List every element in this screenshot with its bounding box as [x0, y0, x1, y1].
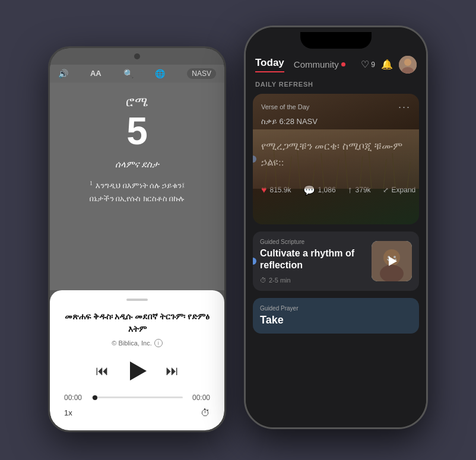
- audio-controls: ⏮ ⏭: [64, 357, 210, 385]
- copyright-text: © Biblica, Inc. i: [64, 339, 210, 347]
- play-icon: [389, 256, 397, 266]
- bell-icon[interactable]: 🔔: [381, 59, 393, 70]
- card-dot: [253, 258, 256, 265]
- avatar[interactable]: [399, 56, 417, 74]
- sheet-handle[interactable]: [126, 299, 148, 301]
- font-size-button[interactable]: AA: [90, 69, 101, 78]
- audio-bottom-sheet: መጽሐፍ ቅዱስ፡ አዲሱ መደበኛ ትርጉም፡ የድምፅ እትም © Bibl…: [50, 290, 224, 430]
- chapter-number: 5: [126, 112, 148, 150]
- audio-title: መጽሐፍ ቅዱስ፡ አዲሱ መደበኛ ትርጉም፡ የድምፅ እትም: [64, 310, 210, 335]
- guided-scripture-card[interactable]: Guided Scripture Cultivate a rhythm of r…: [253, 231, 419, 291]
- rewind-button[interactable]: ⏮: [96, 363, 109, 379]
- time-total: 00:00: [189, 394, 210, 402]
- audio-progress-bar[interactable]: 00:00 00:00: [64, 394, 210, 402]
- iphone-notch: [246, 27, 426, 53]
- svg-point-1: [404, 59, 411, 66]
- app-content: DAILY REFRESH Verse of the Day ··· ስቃይ 6…: [246, 74, 426, 427]
- guide-type-label: Guided Scripture: [260, 239, 364, 245]
- iphone-volume-down[interactable]: [244, 128, 245, 152]
- globe-icon: 🌐: [155, 69, 165, 78]
- scene: 🔊 AA 🔍 🌐 NASV ሮሜ 5 ሰላምና ደስታ 1 እንግዲህ በእምነ…: [0, 0, 476, 460]
- progress-knob: [93, 395, 97, 400]
- speed-button[interactable]: 1x: [64, 408, 72, 417]
- info-icon[interactable]: i: [154, 339, 163, 347]
- prayer-type-label: Guided Prayer: [260, 305, 412, 312]
- android-status-bar: [50, 48, 224, 65]
- play-button[interactable]: [123, 357, 151, 385]
- copyright-label: © Biblica, Inc.: [112, 340, 151, 347]
- volume-up-button[interactable]: [48, 119, 49, 143]
- search-icon[interactable]: 🔍: [123, 69, 134, 78]
- bible-toolbar: 🔊 AA 🔍 🌐 NASV: [50, 65, 224, 83]
- dynamic-island: [300, 32, 372, 49]
- tab-today[interactable]: Today: [255, 57, 284, 72]
- guide-text: Guided Scripture Cultivate a rhythm of r…: [260, 239, 364, 284]
- verse-text: 1 እንግዲህ በእምነት ሰሉ ኃይቁን፤ በኔታችን በኢየሱስ ክርስቶስ…: [90, 178, 185, 206]
- left-phone: 🔊 AA 🔍 🌐 NASV ሮሜ 5 ሰላምና ደስታ 1 እንግዲህ በእምነ…: [48, 46, 226, 432]
- verse-of-the-day-card[interactable]: Verse of the Day ··· ስቃይ 6:28 NASV: [253, 94, 419, 224]
- play-overlay[interactable]: [372, 241, 412, 281]
- version-badge[interactable]: NASV: [187, 68, 216, 79]
- iphone-power-button[interactable]: [427, 116, 428, 158]
- daily-refresh-label: DAILY REFRESH: [246, 81, 426, 88]
- tab-community[interactable]: Community: [294, 59, 345, 69]
- likes-icon-group[interactable]: ♡ 9: [361, 59, 375, 70]
- verse-reference: ስቃይ 6:28 NASV: [253, 117, 419, 126]
- guide-thumbnail[interactable]: [372, 241, 412, 281]
- volume-icon[interactable]: 🔊: [58, 69, 68, 78]
- guide-duration: ⏱ 2-5 min: [260, 277, 364, 284]
- verse-card-header: Verse of the Day ···: [253, 94, 419, 117]
- avatar-image: [399, 56, 417, 74]
- volume-down-button[interactable]: [48, 149, 49, 173]
- iphone-volume-up[interactable]: [244, 99, 245, 122]
- community-notification-dot: [341, 62, 345, 66]
- verse-line-1: እንግዲህ በእምነት ሰሉ ኃይቁን፤: [96, 181, 185, 190]
- app-header: Today Community ♡ 9 🔔: [246, 53, 426, 74]
- verse-of-day-label: Verse of the Day: [261, 103, 309, 110]
- progress-track[interactable]: [91, 396, 183, 398]
- verse-number: 1: [90, 180, 93, 186]
- clock-icon: ⏱: [260, 277, 266, 284]
- book-title: ሮሜ: [126, 94, 148, 110]
- bible-content: ሮሜ 5 ሰላምና ደስታ 1 እንግዲህ በእምነት ሰሉ ኃይቁን፤ በኔታ…: [50, 83, 224, 290]
- guided-prayer-card[interactable]: Guided Prayer Take: [253, 298, 419, 334]
- timer-icon[interactable]: ⏱: [201, 408, 210, 418]
- likes-count: 9: [371, 61, 375, 69]
- header-tabs: Today Community: [255, 57, 345, 72]
- play-icon: [130, 361, 147, 380]
- front-camera: [134, 53, 140, 59]
- verse-background-image: [253, 129, 419, 189]
- verse-line-2: በኔታችን በኢየሱስ ክርስቶስ በኩሉ: [90, 194, 185, 203]
- speed-row: 1x ⏱: [64, 408, 210, 418]
- section-title: ሰላምና ደስታ: [115, 160, 159, 170]
- guide-title: Cultivate a rhythm of reflection: [260, 248, 364, 272]
- header-icons: ♡ 9 🔔: [361, 56, 417, 74]
- time-elapsed: 00:00: [64, 394, 85, 402]
- prayer-title: Take: [260, 314, 412, 326]
- forward-button[interactable]: ⏭: [166, 363, 179, 379]
- more-options-button[interactable]: ···: [398, 101, 411, 113]
- right-phone: Today Community ♡ 9 🔔: [244, 26, 428, 429]
- heart-icon: ♡: [361, 59, 369, 70]
